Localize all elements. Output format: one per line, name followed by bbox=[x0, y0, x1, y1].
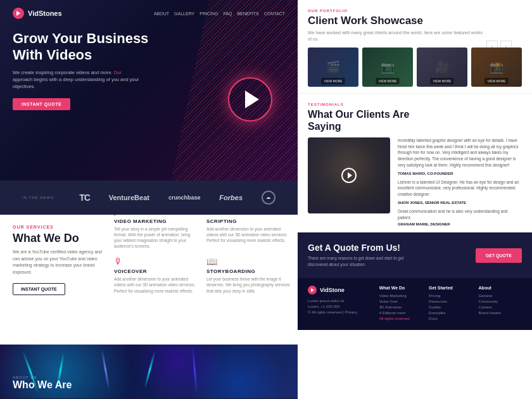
about-teaser-text: ABOUT US Who We Are bbox=[13, 376, 72, 391]
logo-tc: TC bbox=[79, 193, 90, 203]
footer-col-what-we-do: What we do Video Marketing Voice Over 3D… bbox=[379, 286, 422, 322]
services-grid: ▶ VIDEO MARKETING Tell your story in a s… bbox=[114, 215, 291, 294]
footer-col-title-1: What we do bbox=[379, 286, 422, 290]
logo-forbes: Forbes bbox=[219, 194, 243, 201]
neon-stick-3 bbox=[101, 349, 110, 390]
camera-icon-2: 📷 bbox=[381, 60, 395, 74]
logo-cloud: ☁ bbox=[262, 191, 276, 205]
about-title: Who We Are bbox=[13, 379, 72, 391]
testimonial-quote-1: Incredibly talented graphic designer wit… bbox=[398, 137, 522, 168]
testimonials-text-list: Incredibly talented graphic designer wit… bbox=[398, 137, 522, 227]
service-scripting: ✏ SCRIPTING Add another dimension to you… bbox=[206, 215, 291, 249]
testimonial-quote-2: Lishner is a talented UI Designer. He ha… bbox=[398, 179, 522, 198]
testimonial-play-button[interactable] bbox=[341, 168, 357, 183]
portfolio-desc: We have worked with many great clients a… bbox=[308, 30, 485, 42]
portfolio-section: OUR PORTFOLIO Client Work Showcase We ha… bbox=[298, 0, 532, 93]
portfolio-image-1[interactable]: 🎬 bbox=[308, 48, 358, 87]
service-vm-desc: Tell your story in a simple yet compelli… bbox=[114, 226, 199, 249]
camera-icon-4: 📸 bbox=[490, 60, 504, 74]
brand-logo[interactable]: VidStones bbox=[13, 8, 62, 19]
neon-stick-4 bbox=[144, 352, 155, 389]
nav-contact[interactable]: CONTACT bbox=[264, 11, 285, 16]
hero-subtitle: We create inspiring corporate videos and… bbox=[13, 69, 139, 91]
portfolio-image-4[interactable]: 📸 bbox=[471, 48, 522, 87]
footer-item-careers[interactable]: Careers bbox=[479, 305, 522, 309]
footer-item-docs[interactable]: Docs bbox=[429, 317, 472, 320]
portfolio-image-2[interactable]: 📷 bbox=[362, 48, 413, 87]
storyboard-icon: 📖 bbox=[206, 256, 291, 267]
quote-section: Get A Quote From Us! There are many reas… bbox=[298, 232, 532, 278]
play-triangle-icon bbox=[245, 91, 259, 108]
footer-item-all[interactable]: All rights reserved bbox=[379, 317, 422, 320]
footer-item-community[interactable]: Community bbox=[479, 300, 522, 303]
footer-col-get-started: Get Started Pricing Resources Guides Exa… bbox=[429, 286, 472, 322]
video-marketing-icon: ▶ bbox=[114, 215, 199, 217]
portfolio-images: 🎬 📷 🎥 📸 bbox=[308, 48, 522, 87]
footer-logo-icon bbox=[308, 286, 317, 294]
quote-title: Get A Quote From Us! bbox=[308, 243, 422, 253]
footer-item-resources[interactable]: Resources bbox=[429, 300, 472, 303]
footer-item-vm[interactable]: Video Marketing bbox=[379, 294, 422, 298]
footer-item-general[interactable]: General bbox=[479, 294, 522, 298]
portfolio-header: OUR PORTFOLIO Client Work Showcase We ha… bbox=[308, 9, 522, 42]
footer-item-guides[interactable]: Guides bbox=[429, 305, 472, 309]
footer-col-title-3: About bbox=[479, 286, 522, 290]
service-sc-title: SCRIPTING bbox=[206, 218, 291, 224]
logo-venturebeat: VentureBeat bbox=[109, 194, 149, 201]
service-sb-title: STORYBOARDING bbox=[206, 269, 291, 274]
left-panel: VidStones ABOUT GALLERY PRICING FAQ BENE… bbox=[0, 0, 298, 399]
nav-gallery[interactable]: GALLERY bbox=[174, 11, 194, 16]
footer-item-examples[interactable]: Examples bbox=[429, 311, 472, 315]
footer-tagline: Lorem ipsum dolor sitLorem, +1 000 000© … bbox=[308, 298, 373, 315]
service-voiceover: 🎙 VOICEOVER Add another dimension to you… bbox=[114, 256, 199, 293]
logo-play-icon bbox=[13, 8, 24, 19]
testimonial-quote-3: Great communication and he is also very … bbox=[398, 208, 522, 221]
hero-title: Grow Your Business With Videos bbox=[13, 30, 152, 64]
service-vm-title: VIDEO MARKETING bbox=[114, 218, 199, 224]
quote-desc: There are many reasons to get down and s… bbox=[308, 255, 422, 268]
service-storyboard: 📖 STORYBOARDING Let your business thrive… bbox=[206, 256, 291, 293]
nav-links: ABOUT GALLERY PRICING FAQ BENEFITS CONTA… bbox=[154, 11, 285, 16]
services-section: OUR SERVICES What We Do We are a YouTube… bbox=[0, 215, 298, 345]
nav-benefits[interactable]: BENEFITS bbox=[237, 11, 258, 16]
logo-crunchbase: crunchbase bbox=[168, 194, 201, 201]
neon-stick-5 bbox=[191, 347, 198, 395]
footer-logo: VidStone bbox=[308, 286, 373, 294]
service-vo-title: VOICEOVER bbox=[114, 269, 199, 274]
testimonial-author-3: GRANAM MARIE, DESIGNER bbox=[398, 222, 522, 226]
services-desc: We are a YouTube certified video agency … bbox=[13, 249, 108, 276]
nav-pricing[interactable]: PRICING bbox=[200, 11, 218, 16]
hero-section: VidStones ABOUT GALLERY PRICING FAQ BENE… bbox=[0, 0, 298, 180]
footer-col-about: About General Community Careers Brand As… bbox=[479, 286, 522, 322]
get-quote-button[interactable]: GET QUOTE bbox=[476, 248, 522, 263]
testimonials-title: What Our Clients Are Saying bbox=[308, 108, 422, 132]
service-video-marketing: ▶ VIDEO MARKETING Tell your story in a s… bbox=[114, 215, 199, 249]
hero-cta-button[interactable]: INSTANT QUOTE bbox=[13, 98, 70, 110]
nav-faq[interactable]: FAQ bbox=[223, 11, 232, 16]
footer-item-4e[interactable]: 4 Editione more bbox=[379, 311, 422, 315]
service-sb-desc: Let your business thrive with the image … bbox=[206, 276, 291, 293]
portfolio-title: Client Work Showcase bbox=[308, 15, 522, 27]
nav-about[interactable]: ABOUT bbox=[154, 11, 169, 16]
logos-bar: IN THE NEWS TC VentureBeat crunchbase Fo… bbox=[0, 180, 298, 215]
scripting-icon: ✏ bbox=[206, 215, 291, 217]
right-panel: OUR PORTFOLIO Client Work Showcase We ha… bbox=[298, 0, 532, 399]
footer-item-vo[interactable]: Voice Over bbox=[379, 300, 422, 303]
testimonials-content: Incredibly talented graphic designer wit… bbox=[308, 137, 522, 227]
footer-item-brand[interactable]: Brand Assets bbox=[479, 311, 522, 315]
portfolio-tag: OUR PORTFOLIO bbox=[308, 9, 522, 13]
testimonial-video[interactable] bbox=[308, 137, 390, 213]
footer: VidStone Lorem ipsum dolor sitLorem, +1 … bbox=[298, 278, 532, 330]
footer-item-pricing[interactable]: Pricing bbox=[429, 294, 472, 298]
about-teaser: ABOUT US Who We Are bbox=[0, 345, 298, 398]
services-cta-button[interactable]: INSTANT QUOTE bbox=[13, 283, 65, 295]
play-button-container bbox=[228, 77, 272, 122]
camera-icon-1: 🎬 bbox=[326, 60, 340, 74]
footer-col-title-2: Get Started bbox=[429, 286, 472, 290]
footer-brand: VidStone Lorem ipsum dolor sitLorem, +1 … bbox=[308, 286, 373, 322]
service-vo-desc: Add another dimension to your animated v… bbox=[114, 276, 199, 293]
footer-item-3d[interactable]: 3D Animation bbox=[379, 305, 422, 309]
portfolio-image-3[interactable]: 🎥 bbox=[417, 48, 467, 87]
hero-nav: VidStones ABOUT GALLERY PRICING FAQ BENE… bbox=[0, 0, 298, 24]
hero-play-button[interactable] bbox=[228, 77, 272, 122]
